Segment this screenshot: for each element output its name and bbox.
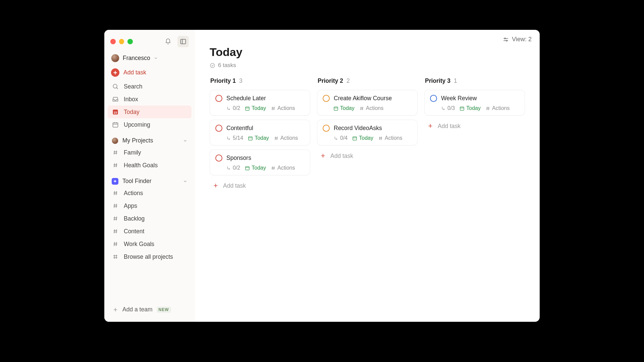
plus-icon: + [111,68,119,77]
column-title: Priority 1 [210,77,236,84]
project-backlog[interactable]: Backlog [108,212,192,225]
svg-line-17 [114,163,115,167]
svg-line-73 [362,107,363,110]
bell-icon [165,38,171,45]
sidebar-icon [180,38,186,45]
plus-icon: + [320,152,326,160]
task-tag: Actions [274,135,298,141]
task-card[interactable]: Schedule Later0/2TodayActions [210,90,310,116]
add-team-label: Add a team [122,306,153,313]
fullscreen-window-button[interactable] [127,39,133,44]
task-card[interactable]: Record VideoAsks0/4TodayActions [317,120,418,145]
svg-rect-56 [249,137,252,140]
svg-line-79 [381,136,381,140]
project-apps[interactable]: Apps [108,199,192,212]
svg-line-22 [116,191,117,195]
svg-rect-74 [353,137,357,140]
add-task-in-column[interactable]: +Add task [424,120,525,132]
section-tool-finder[interactable]: ✦ Tool Finder [108,172,192,187]
calendar-icon [245,166,250,171]
hash-icon [274,136,279,141]
task-checkbox[interactable] [323,125,330,132]
add-task-button[interactable]: + Add task [108,65,192,80]
svg-line-85 [488,107,489,110]
subtask-icon [333,136,338,141]
nav-search[interactable]: Search [108,80,192,93]
column-count: 1 [454,77,457,84]
task-meta-row: 0/3TodayActions [430,102,519,111]
svg-line-54 [272,107,272,110]
browse-all-projects[interactable]: Browse all projects [108,250,192,263]
project-family[interactable]: Family [108,146,192,159]
nav-label: Inbox [124,96,138,103]
hash-icon [112,202,119,209]
task-checkbox[interactable] [215,125,222,132]
section-my-projects[interactable]: My Projects [108,131,192,146]
add-task-in-column[interactable]: +Add task [210,179,310,192]
sliders-icon [502,36,509,43]
task-card[interactable]: Week Review0/3TodayActions [424,90,525,116]
task-card[interactable]: Contentful5/14TodayActions [210,120,310,145]
task-card[interactable]: Create Akiflow CourseTodayActions [317,90,418,116]
svg-line-13 [114,150,115,155]
column-header[interactable]: Priority 22 [317,77,418,86]
project-content[interactable]: Content [108,225,192,238]
project-label: Apps [124,202,137,209]
project-label: Content [124,228,144,235]
svg-line-18 [116,163,117,167]
notifications-button[interactable] [162,36,174,47]
task-checkbox[interactable] [215,95,222,102]
nav-inbox[interactable]: Inbox [108,93,192,106]
task-meta-row: TodayActions [323,102,412,111]
titlebar-row [108,30,192,49]
workspace-switcher[interactable]: Francesco [108,49,192,65]
column-p2: Priority 22Create Akiflow CourseTodayAct… [317,77,418,192]
view-options-button[interactable]: View: 2 [502,36,532,43]
add-team-button[interactable]: Add a team NEW [108,303,191,316]
column-title: Priority 2 [318,77,343,84]
task-title: Sponsors [226,155,251,162]
task-date: Today [460,105,481,111]
hash-icon [112,228,119,235]
search-icon [112,83,119,90]
svg-line-55 [274,107,274,110]
project-health-goals[interactable]: Health Goals [108,159,192,172]
task-card[interactable]: Sponsors0/2TodayActions [210,149,310,175]
hash-icon [271,106,276,111]
task-tag: Actions [271,165,295,171]
task-title-row: Schedule Later [215,95,305,102]
sidebar: Francesco + Add task Search Inbox 23 [104,30,195,322]
svg-text:23: 23 [114,111,117,114]
column-header[interactable]: Priority 13 [210,77,310,86]
project-work-goals[interactable]: Work Goals [108,238,192,250]
svg-line-38 [116,242,117,246]
avatar-icon [112,137,118,144]
task-meta-row: 0/4TodayActions [323,132,412,141]
user-name: Francesco [123,55,150,62]
main-content: View: 2 Today 6 tasks Priority 13Schedul… [195,30,540,322]
toggle-sidebar-button[interactable] [177,36,189,47]
calendar-icon [333,106,338,111]
task-checkbox[interactable] [215,155,222,162]
column-header[interactable]: Priority 31 [424,77,525,86]
project-label: Family [124,149,141,156]
minimize-window-button[interactable] [119,39,124,44]
nav-today[interactable]: 23 Today [108,106,192,118]
task-checkbox[interactable] [430,95,437,102]
svg-line-21 [114,191,115,195]
add-task-in-column[interactable]: +Add task [317,149,418,162]
app-window: Francesco + Add task Search Inbox 23 [104,30,540,322]
svg-line-25 [114,204,115,208]
project-actions[interactable]: Actions [108,187,192,199]
task-checkbox[interactable] [323,95,330,102]
project-label: Backlog [124,215,145,222]
column-p3: Priority 31Week Review0/3TodayActions+Ad… [424,77,525,192]
svg-line-26 [116,204,117,208]
close-window-button[interactable] [110,39,116,44]
section-title: Tool Finder [122,178,179,185]
svg-rect-7 [113,123,118,127]
svg-line-60 [275,136,275,140]
nav-upcoming[interactable]: Upcoming [108,118,192,131]
svg-rect-50 [246,107,249,110]
svg-line-30 [116,217,117,221]
